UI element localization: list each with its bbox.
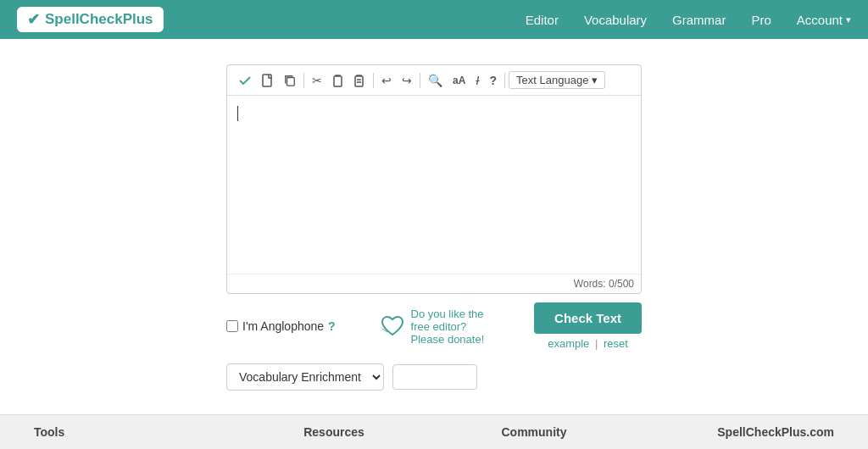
anglophone-area: I'm Anglophone ? (226, 319, 372, 333)
anglophone-label: I'm Anglophone (242, 319, 324, 333)
spellcheck-button[interactable] (234, 71, 256, 90)
account-label: Account (797, 13, 843, 27)
chevron-down-icon: ▾ (846, 14, 851, 25)
paste-plain-button[interactable] (349, 71, 370, 90)
editor-textarea[interactable] (227, 96, 641, 274)
footer-resources-label[interactable]: Resources (303, 425, 364, 439)
footer-community-label[interactable]: Community (502, 425, 567, 439)
separator-2 (373, 73, 374, 88)
main-nav: Editor Vocabulary Grammar Pro Account ▾ (526, 13, 851, 27)
nav-editor[interactable]: Editor (526, 13, 559, 27)
redo-button[interactable]: ↪ (398, 71, 416, 90)
logo-text: SpellCheckPlus (45, 11, 153, 28)
text-language-button[interactable]: Text Language ▾ (509, 71, 605, 89)
help-button[interactable]: ? (486, 71, 502, 90)
text-language-chevron-icon: ▾ (592, 74, 598, 86)
controls-row: I'm Anglophone ? Do you like the free ed… (226, 302, 642, 350)
reset-link[interactable]: reset (604, 337, 628, 350)
undo-button[interactable]: ↩ (377, 71, 396, 90)
cursor (237, 106, 238, 121)
svg-rect-3 (355, 76, 363, 86)
word-count: Words: 0/500 (227, 274, 641, 293)
donate-link-line1[interactable]: Do you like the free editor? (411, 308, 526, 333)
main-content: ✂ ↩ ↪ 🔍 aA I ? (0, 39, 868, 414)
find-replace-button[interactable]: aA (448, 72, 470, 89)
nav-pro[interactable]: Pro (751, 13, 771, 27)
below-editor: I'm Anglophone ? Do you like the free ed… (226, 302, 642, 391)
text-language-label: Text Language (516, 74, 588, 86)
svg-rect-2 (334, 76, 342, 86)
footer-community: Community (434, 425, 634, 439)
pipe-separator: | (595, 337, 598, 350)
separator-3 (420, 73, 420, 88)
donate-link[interactable]: Please donate! (411, 333, 526, 346)
cut-button[interactable]: ✂ (308, 71, 326, 90)
logo-checkmark-icon: ✔ (27, 10, 40, 29)
example-link[interactable]: example (548, 337, 589, 350)
account-menu[interactable]: Account ▾ (797, 13, 851, 27)
nav-vocabulary[interactable]: Vocabulary (584, 13, 647, 27)
editor-container: ✂ ↩ ↪ 🔍 aA I ? (226, 64, 642, 294)
separator-4 (504, 73, 505, 88)
copy-doc-button[interactable] (280, 71, 300, 90)
svg-rect-1 (287, 77, 295, 86)
footer-site: SpellCheckPlus.com (634, 425, 834, 439)
donate-area: Do you like the free editor? Please dona… (381, 308, 526, 346)
anglophone-checkbox[interactable] (226, 320, 238, 332)
footer: Tools Resources Community SpellCheckPlus… (0, 414, 868, 449)
logo[interactable]: ✔ SpellCheckPlus (17, 7, 164, 32)
separator-1 (303, 73, 304, 88)
header: ✔ SpellCheckPlus Editor Vocabulary Gramm… (0, 0, 868, 39)
nav-grammar[interactable]: Grammar (672, 13, 726, 27)
new-doc-button[interactable] (258, 71, 278, 90)
footer-resources: Resources (234, 425, 434, 439)
footer-site-label[interactable]: SpellCheckPlus.com (717, 425, 834, 439)
vocab-row: Vocabulary Enrichment Basic Intermediate… (226, 363, 642, 391)
vocab-input[interactable] (392, 364, 477, 390)
footer-tools: Tools (34, 425, 234, 439)
anglophone-help-icon[interactable]: ? (328, 319, 336, 333)
svg-rect-0 (263, 75, 271, 86)
footer-tools-label[interactable]: Tools (34, 425, 64, 439)
paste-button[interactable] (328, 71, 348, 90)
check-text-button[interactable]: Check Text (534, 302, 642, 334)
example-reset: example | reset (548, 337, 628, 350)
donate-text: Do you like the free editor? Please dona… (411, 308, 526, 346)
clear-format-button[interactable]: I (471, 70, 483, 90)
check-text-area: Check Text example | reset (534, 302, 642, 350)
heart-icon (381, 315, 404, 337)
toolbar: ✂ ↩ ↪ 🔍 aA I ? (227, 65, 641, 96)
search-button[interactable]: 🔍 (424, 71, 447, 90)
vocabulary-select[interactable]: Vocabulary Enrichment Basic Intermediate… (226, 363, 384, 391)
